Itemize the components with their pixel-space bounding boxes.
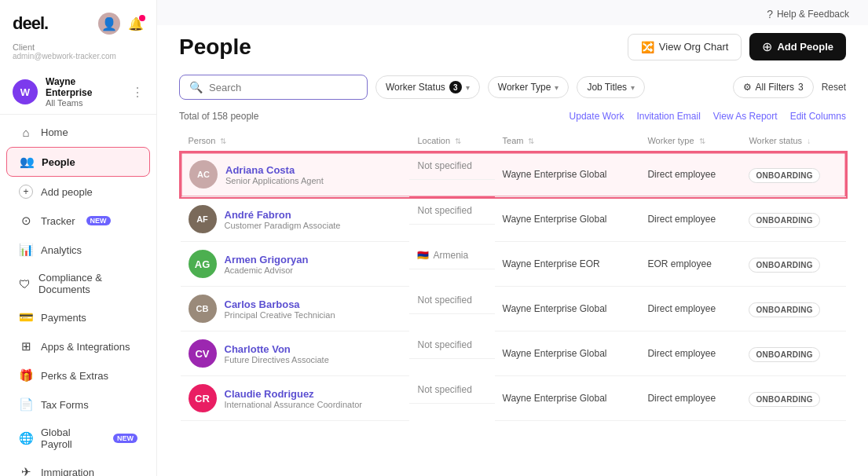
workspace-more-icon[interactable]: ⋮ bbox=[131, 85, 144, 100]
sidebar-item-perks[interactable]: 🎁 Perks & Extras bbox=[6, 361, 150, 390]
edit-columns-link[interactable]: Edit Columns bbox=[790, 111, 846, 122]
col-worker-type[interactable]: Worker type ⇅ bbox=[639, 130, 741, 152]
worker-type-filter[interactable]: Worker Type ▾ bbox=[488, 76, 570, 98]
all-filters-button[interactable]: ⚙ All Filters 3 bbox=[733, 76, 814, 98]
team-cell: Wayne Enterprise EOR bbox=[495, 242, 640, 287]
flag-icon: 🇦🇲 bbox=[417, 250, 429, 261]
logo: deel. bbox=[13, 13, 48, 34]
sidebar-item-add-people[interactable]: + Add people bbox=[6, 178, 150, 206]
person-name[interactable]: André Fabron bbox=[225, 209, 341, 221]
invitation-email-link[interactable]: Invitation Email bbox=[636, 111, 700, 122]
avatar: AG bbox=[189, 250, 217, 278]
help-icon: ? bbox=[767, 8, 773, 20]
client-label: Client admin@webwork-tracker.com bbox=[0, 41, 156, 70]
sidebar-item-apps[interactable]: ⊞ Apps & Integrations bbox=[6, 332, 150, 361]
chevron-down-icon: ▾ bbox=[555, 83, 559, 92]
sidebar-item-immigration[interactable]: ✈ Immigration bbox=[6, 458, 150, 476]
update-work-link[interactable]: Update Work bbox=[570, 111, 624, 122]
help-feedback-link[interactable]: ? Help & Feedback bbox=[767, 8, 849, 20]
chevron-down-icon: ▾ bbox=[466, 83, 470, 92]
sort-icon: ⇅ bbox=[220, 137, 226, 145]
reset-button[interactable]: Reset bbox=[822, 82, 846, 93]
workspace-selector[interactable]: W Wayne Enterprise All Teams ⋮ bbox=[0, 70, 156, 115]
table-row[interactable]: AG Armen Grigoryan Academic Advisor 🇦🇲 A… bbox=[181, 242, 847, 287]
chevron-down-icon: ▾ bbox=[631, 83, 635, 92]
workspace-icon: W bbox=[13, 79, 38, 104]
table-body: AC Adriana Costa Senior Applications Age… bbox=[181, 152, 847, 421]
perks-icon: 🎁 bbox=[19, 368, 33, 383]
team-cell: Wayne Enterprise Global bbox=[495, 331, 640, 376]
view-as-report-link[interactable]: View As Report bbox=[713, 111, 778, 122]
table-row[interactable]: CV Charlotte Von Future Directives Assoc… bbox=[181, 331, 847, 376]
status-badge: ONBOARDING bbox=[749, 347, 819, 362]
apps-icon: ⊞ bbox=[19, 339, 33, 353]
col-location[interactable]: Location ⇅ bbox=[409, 130, 494, 152]
sidebar-item-tracker[interactable]: ⊙ Tracker NEW bbox=[6, 207, 150, 235]
sidebar-item-label: Immigration bbox=[41, 467, 94, 477]
table-header: Person ⇅ Location ⇅ Team ⇅ Worker type ⇅ bbox=[181, 130, 847, 152]
page-title: People bbox=[179, 35, 251, 60]
workspace-team: All Teams bbox=[46, 98, 123, 108]
status-badge: ONBOARDING bbox=[749, 392, 819, 407]
person-name[interactable]: Carlos Barbosa bbox=[225, 298, 335, 310]
add-people-button[interactable]: ⊕ Add People bbox=[749, 33, 846, 60]
total-count: Total of 158 people bbox=[179, 111, 258, 122]
search-icon: 🔍 bbox=[189, 81, 203, 93]
person-cell: AF André Fabron Customer Paradigm Associ… bbox=[189, 205, 402, 233]
person-cell: CV Charlotte Von Future Directives Assoc… bbox=[189, 339, 402, 368]
people-icon: 👥 bbox=[20, 155, 34, 169]
avatar: CV bbox=[189, 339, 217, 368]
topbar: ? Help & Feedback bbox=[157, 0, 868, 25]
person-role: Academic Advisor bbox=[225, 265, 309, 275]
job-titles-filter[interactable]: Job Titles ▾ bbox=[577, 76, 645, 98]
sidebar-item-label: Tax Forms bbox=[41, 399, 89, 411]
team-cell: Wayne Enterprise Global bbox=[495, 287, 640, 331]
notifications-bell[interactable]: 🔔 bbox=[128, 16, 144, 31]
job-titles-label: Job Titles bbox=[587, 82, 627, 93]
worker-type-cell: Direct employee bbox=[639, 331, 741, 376]
search-box[interactable]: 🔍 bbox=[179, 75, 368, 100]
table-row[interactable]: AC Adriana Costa Senior Applications Age… bbox=[181, 152, 847, 197]
sidebar-item-people[interactable]: 👥 People bbox=[6, 147, 150, 177]
sidebar-item-compliance[interactable]: 🛡 Compliance & Documents bbox=[6, 265, 150, 302]
global-payroll-badge: NEW bbox=[113, 434, 137, 443]
person-name[interactable]: Adriana Costa bbox=[225, 164, 324, 176]
sidebar-item-label: Apps & Integrations bbox=[41, 341, 130, 353]
home-icon: ⌂ bbox=[19, 126, 33, 139]
worker-type-label: Worker Type bbox=[498, 82, 551, 93]
notification-dot bbox=[139, 15, 145, 21]
sidebar-item-global-payroll[interactable]: 🌐 Global Payroll NEW bbox=[6, 419, 150, 457]
page-actions: 🔀 View Org Chart ⊕ Add People bbox=[628, 33, 846, 60]
filters-row: 🔍 Worker Status 3 ▾ Worker Type ▾ Job Ti… bbox=[179, 75, 846, 100]
status-badge: ONBOARDING bbox=[749, 213, 819, 228]
person-name[interactable]: Armen Grigoryan bbox=[225, 254, 309, 265]
table-row[interactable]: AF André Fabron Customer Paradigm Associ… bbox=[181, 197, 847, 242]
status-badge: ONBOARDING bbox=[749, 168, 819, 183]
person-name[interactable]: Charlotte Von bbox=[225, 343, 329, 355]
col-team[interactable]: Team ⇅ bbox=[495, 130, 640, 152]
worker-status-filter[interactable]: Worker Status 3 ▾ bbox=[375, 75, 480, 99]
sidebar-item-home[interactable]: ⌂ Home bbox=[6, 119, 150, 146]
search-input[interactable] bbox=[209, 82, 357, 93]
location-cell: Not specified bbox=[409, 197, 494, 225]
sidebar-item-payments[interactable]: 💳 Payments bbox=[6, 303, 150, 331]
person-role: International Assurance Coordinator bbox=[225, 400, 363, 409]
team-cell: Wayne Enterprise Global bbox=[495, 376, 640, 421]
tax-forms-icon: 📄 bbox=[19, 397, 33, 412]
worker-type-cell: Direct employee bbox=[639, 376, 741, 421]
tracker-icon: ⊙ bbox=[19, 214, 33, 228]
person-cell: CR Claudie Rodriguez International Assur… bbox=[189, 384, 402, 412]
sidebar-item-tax-forms[interactable]: 📄 Tax Forms bbox=[6, 390, 150, 419]
sidebar-item-analytics[interactable]: 📊 Analytics bbox=[6, 236, 150, 264]
sidebar-item-label: People bbox=[42, 156, 75, 168]
user-avatar[interactable]: 👤 bbox=[98, 13, 120, 35]
sort-icon: ⇅ bbox=[455, 137, 461, 145]
view-org-chart-button[interactable]: 🔀 View Org Chart bbox=[628, 34, 742, 60]
person-name[interactable]: Claudie Rodriguez bbox=[225, 388, 363, 400]
table-row[interactable]: CB Carlos Barbosa Principal Creative Tec… bbox=[181, 287, 847, 331]
col-person[interactable]: Person ⇅ bbox=[181, 130, 410, 152]
col-worker-status[interactable]: Worker status ↓ bbox=[741, 130, 846, 152]
table-row[interactable]: CR Claudie Rodriguez International Assur… bbox=[181, 376, 847, 421]
sidebar-item-label: Home bbox=[41, 126, 68, 138]
help-label: Help & Feedback bbox=[777, 9, 849, 20]
